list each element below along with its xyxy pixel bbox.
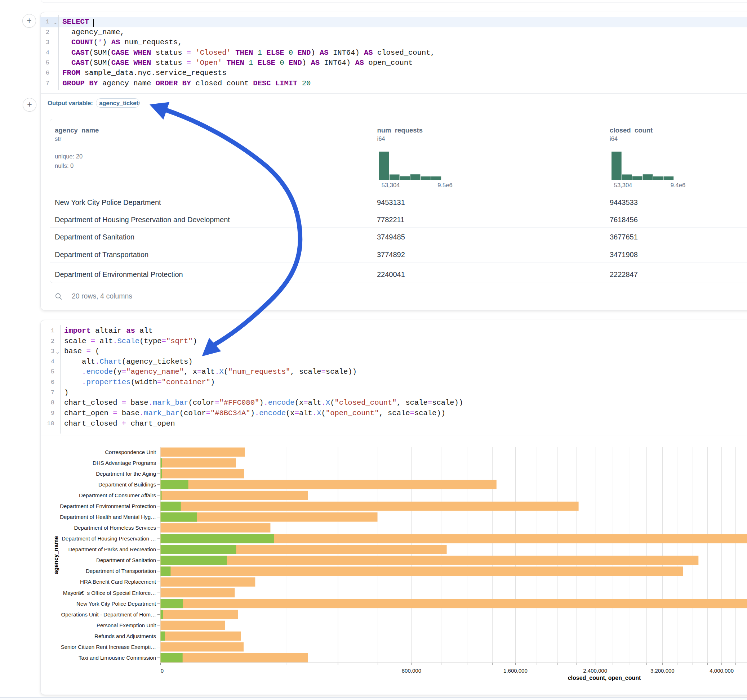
svg-text:Senior Citizen Rent Increase E: Senior Citizen Rent Increase Exempti…: [61, 644, 156, 650]
svg-text:2,400,000: 2,400,000: [583, 668, 607, 674]
svg-text:Operations Unit - Department o: Operations Unit - Department of Hom…: [61, 611, 156, 617]
svg-text:DHS Advantage Programs: DHS Advantage Programs: [92, 460, 156, 466]
svg-text:Personal Exemption Unit: Personal Exemption Unit: [97, 622, 156, 628]
svg-text:Department of Housing Preserva: Department of Housing Preservation …: [62, 536, 156, 542]
svg-text:1,600,000: 1,600,000: [504, 668, 528, 674]
svg-text:Correspondence Unit: Correspondence Unit: [105, 449, 156, 455]
svg-text:Mayorâ€ s Office of Special E: Mayorâ€ s Office of Special Enforce…: [63, 590, 156, 596]
svg-text:800,000: 800,000: [402, 668, 421, 674]
svg-text:Taxi and Limousine Commission: Taxi and Limousine Commission: [79, 655, 156, 661]
svg-text:HRA Benefit Card Replacement: HRA Benefit Card Replacement: [80, 579, 156, 585]
svg-text:Department of Parks and Recrea: Department of Parks and Recreation: [68, 546, 156, 552]
svg-text:Department of Consumer Affairs: Department of Consumer Affairs: [79, 492, 156, 498]
svg-text:4,000,000: 4,000,000: [709, 668, 734, 674]
svg-text:3,200,000: 3,200,000: [650, 668, 674, 674]
svg-text:agency_name: agency_name: [53, 536, 59, 574]
svg-text:closed_count, open_count: closed_count, open_count: [568, 675, 641, 681]
svg-text:Department of Sanitation: Department of Sanitation: [96, 557, 156, 563]
svg-text:Department of Buildings: Department of Buildings: [98, 481, 156, 487]
svg-text:Department for the Aging: Department for the Aging: [96, 471, 156, 477]
svg-text:Department of Transportation: Department of Transportation: [86, 568, 156, 574]
svg-text:Department of Health and Menta: Department of Health and Mental Hyg…: [60, 514, 156, 520]
svg-text:New York City Police Departmen: New York City Police Department: [76, 600, 156, 607]
svg-text:0: 0: [161, 668, 163, 674]
svg-text:Refunds and Adjustments: Refunds and Adjustments: [94, 633, 156, 639]
svg-text:Department of Environmental Pr: Department of Environmental Protection: [60, 503, 156, 509]
svg-text:Department of Homeless Service: Department of Homeless Services: [74, 525, 156, 531]
